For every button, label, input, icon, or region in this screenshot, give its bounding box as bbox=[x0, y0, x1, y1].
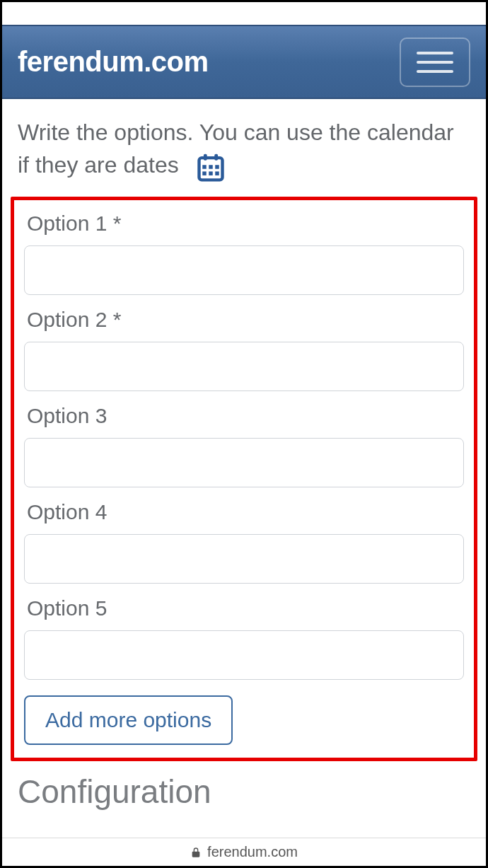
hamburger-icon bbox=[417, 70, 453, 73]
top-spacer bbox=[2, 2, 486, 25]
option-field: Option 5 bbox=[24, 596, 464, 680]
navbar: ferendum.com bbox=[2, 25, 486, 99]
svg-rect-8 bbox=[215, 171, 219, 175]
lock-icon bbox=[190, 847, 202, 858]
option-4-input[interactable] bbox=[24, 534, 464, 584]
hamburger-icon bbox=[417, 61, 453, 64]
instructions-text: Write the options. You can use the calen… bbox=[11, 116, 477, 187]
svg-rect-5 bbox=[215, 165, 219, 169]
calendar-button[interactable] bbox=[195, 151, 226, 183]
calendar-icon bbox=[195, 151, 226, 183]
instructions-label: Write the options. You can use the calen… bbox=[18, 120, 454, 178]
option-label: Option 5 bbox=[24, 596, 464, 620]
option-label: Option 2 * bbox=[24, 308, 464, 332]
brand-logo-text[interactable]: ferendum.com bbox=[18, 46, 209, 78]
option-1-input[interactable] bbox=[24, 245, 464, 295]
option-label: Option 3 bbox=[24, 404, 464, 428]
configuration-heading: Configuration bbox=[11, 767, 477, 811]
svg-rect-2 bbox=[214, 154, 218, 161]
option-label: Option 4 bbox=[24, 500, 464, 524]
hamburger-icon bbox=[417, 52, 453, 54]
option-field: Option 1 * bbox=[24, 212, 464, 295]
options-section: Option 1 * Option 2 * Option 3 Option 4 … bbox=[11, 197, 477, 761]
browser-address-bar[interactable]: ferendum.com bbox=[2, 838, 486, 866]
option-field: Option 2 * bbox=[24, 308, 464, 391]
option-label: Option 1 * bbox=[24, 212, 464, 236]
svg-rect-7 bbox=[209, 171, 213, 175]
main-content: Write the options. You can use the calen… bbox=[2, 99, 486, 811]
svg-rect-1 bbox=[203, 154, 207, 161]
viewport-frame: ferendum.com Write the options. You can … bbox=[0, 0, 488, 868]
svg-rect-6 bbox=[202, 171, 207, 175]
svg-rect-3 bbox=[202, 165, 207, 169]
menu-toggle-button[interactable] bbox=[400, 37, 470, 87]
option-2-input[interactable] bbox=[24, 342, 464, 391]
address-bar-domain: ferendum.com bbox=[207, 844, 298, 860]
spacer bbox=[11, 99, 477, 116]
option-3-input[interactable] bbox=[24, 438, 464, 487]
option-field: Option 4 bbox=[24, 500, 464, 584]
option-5-input[interactable] bbox=[24, 630, 464, 680]
svg-rect-4 bbox=[209, 165, 213, 169]
add-more-options-button[interactable]: Add more options bbox=[24, 695, 233, 745]
option-field: Option 3 bbox=[24, 404, 464, 487]
